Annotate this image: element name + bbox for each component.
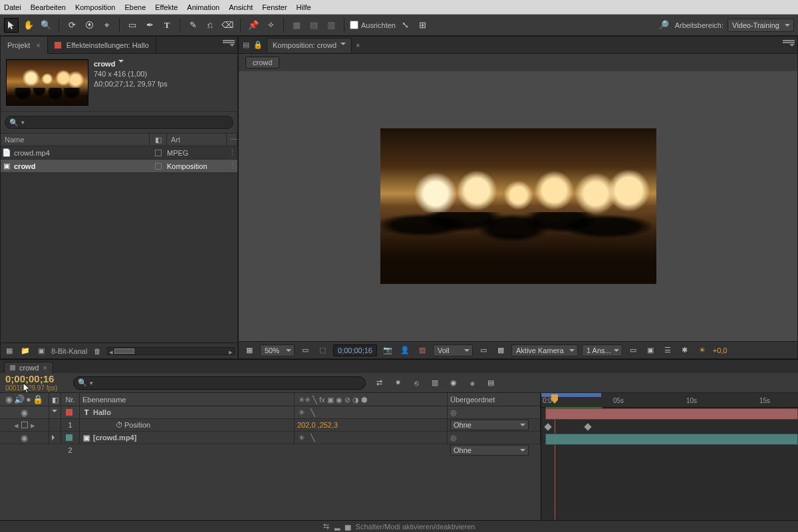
frame-blend-icon[interactable]: ▥: [428, 376, 442, 390]
zoom-tool-icon[interactable]: 🔍: [39, 18, 53, 33]
solo-col-icon[interactable]: ●: [26, 393, 31, 406]
col-type[interactable]: Art: [167, 133, 227, 146]
zoom-dropdown[interactable]: 50%: [260, 344, 295, 356]
brush-tool-icon[interactable]: ✎: [186, 18, 200, 33]
pen-tool-icon[interactable]: ✒: [142, 18, 157, 33]
timeline-icon[interactable]: ☰: [661, 344, 674, 357]
close-icon[interactable]: ×: [36, 41, 40, 49]
menu-help[interactable]: Hilfe: [297, 3, 311, 11]
eraser-tool-icon[interactable]: ⌫: [220, 18, 235, 33]
region-icon[interactable]: ⬚: [316, 344, 329, 357]
new-comp-icon[interactable]: ▣: [35, 345, 47, 357]
toggle-transparency-icon[interactable]: ▭: [477, 344, 490, 357]
layer-row[interactable]: ◉ 1 THallo ✳ ╲ ◎ Ohne: [0, 406, 541, 419]
col-name[interactable]: Name: [1, 133, 150, 146]
twirl-right-icon[interactable]: [52, 435, 57, 440]
timeline-time[interactable]: 0;00;00;16 00016 (29.97 fps): [0, 372, 73, 394]
pixel-aspect-icon[interactable]: ▭: [626, 344, 640, 357]
label-col-icon[interactable]: ◧: [49, 393, 61, 406]
time-ruler[interactable]: 0:0 05s 10s 15s: [541, 393, 798, 408]
video-toggle-icon[interactable]: ◉: [21, 406, 28, 419]
track-tool-icon[interactable]: ⌖: [99, 18, 114, 33]
menu-edit[interactable]: Bearbeiten: [31, 3, 66, 11]
layer-bar[interactable]: [545, 434, 798, 445]
reset-exposure-icon[interactable]: ☀: [696, 344, 709, 357]
col-label[interactable]: ◧: [150, 133, 167, 146]
video-toggle-icon[interactable]: ◉: [21, 432, 28, 444]
interpret-footage-icon[interactable]: ▦: [3, 345, 15, 357]
grid-icon[interactable]: ▦: [243, 344, 256, 357]
search-icon[interactable]: 🔎: [656, 18, 671, 33]
comp-mini-flowchart-icon[interactable]: ⇄: [372, 376, 386, 390]
zoom-out-icon[interactable]: ▂: [334, 522, 340, 531]
timeline-tab[interactable]: crowd ×: [4, 362, 53, 373]
chevron-down-icon[interactable]: [118, 60, 124, 65]
scroll-thumb[interactable]: [114, 348, 134, 354]
bpc-toggle[interactable]: 8-Bit-Kanal: [51, 347, 87, 355]
rotate-tool-icon[interactable]: ⟳: [65, 18, 79, 33]
camera-dropdown[interactable]: Aktive Kamera: [511, 344, 578, 356]
menu-window[interactable]: Fenster: [262, 3, 287, 11]
parent-dropdown[interactable]: Ohne: [450, 445, 529, 456]
layer-indicator-icon[interactable]: ▤: [243, 41, 249, 49]
panel-menu-icon[interactable]: [223, 40, 235, 49]
toggle-switches-icon[interactable]: ⇆: [323, 522, 329, 531]
col-layer[interactable]: Ebenenname: [80, 393, 295, 406]
menu-effects[interactable]: Effekte: [155, 3, 178, 11]
scroll-right-icon[interactable]: ▸: [227, 348, 234, 355]
toggle-mask-icon[interactable]: ▩: [494, 344, 507, 357]
col-parent[interactable]: Übergeordnet: [448, 393, 541, 406]
exposure-value[interactable]: +0,0: [713, 346, 728, 354]
channel-icon[interactable]: ▨: [416, 344, 429, 357]
property-value[interactable]: 202,0 ,252,3: [297, 419, 338, 432]
selection-tool-icon[interactable]: [4, 18, 19, 33]
parent-dropdown[interactable]: Ohne: [450, 420, 529, 430]
workspace-dropdown[interactable]: Video-Training: [728, 19, 794, 32]
chevron-down-icon[interactable]: [340, 43, 346, 48]
layer-switches[interactable]: ✳ ╲: [295, 432, 448, 444]
menu-composition[interactable]: Komposition: [75, 3, 116, 11]
menu-view[interactable]: Ansicht: [229, 3, 253, 11]
stamp-tool-icon[interactable]: ⎌: [203, 18, 217, 33]
motion-blur-icon[interactable]: ◉: [447, 376, 460, 390]
text-tool-icon[interactable]: T: [160, 18, 174, 33]
panel-menu-icon[interactable]: [783, 40, 795, 49]
project-search[interactable]: 🔍 ▾: [5, 116, 233, 129]
menu-animation[interactable]: Animation: [187, 3, 219, 11]
keyframe-icon[interactable]: [584, 423, 591, 430]
camera-tool-icon[interactable]: ⦿: [82, 18, 96, 33]
comp-tab[interactable]: Komposition: crowd: [267, 38, 352, 53]
tab-effect-controls[interactable]: Effekteinstellungen: Hallo: [48, 37, 156, 54]
resolution-icon[interactable]: ▭: [299, 344, 312, 357]
puppet-tool-icon[interactable]: 📌: [246, 18, 261, 33]
audio-col-icon[interactable]: 🔊: [14, 393, 25, 406]
misc-tool-1-icon[interactable]: ▦: [289, 18, 304, 33]
keyframe-icon[interactable]: [544, 423, 551, 430]
col-nr[interactable]: Nr.: [61, 393, 80, 406]
label-color[interactable]: [66, 409, 72, 416]
layer-bar[interactable]: [545, 408, 798, 420]
tracks-area[interactable]: [541, 408, 798, 520]
tab-project[interactable]: Projekt ×: [1, 37, 48, 54]
trash-icon[interactable]: 🗑: [91, 345, 103, 357]
show-snapshot-icon[interactable]: 👤: [398, 344, 412, 357]
label-color[interactable]: [66, 434, 72, 441]
roto-tool-icon[interactable]: ✧: [263, 18, 278, 33]
pickwhip-icon[interactable]: ◎: [450, 408, 457, 416]
hide-shy-icon[interactable]: ⎋: [410, 376, 423, 390]
draft-3d-icon[interactable]: ✷: [391, 376, 404, 390]
scroll-left-icon[interactable]: ◂: [108, 348, 114, 355]
lock-col-icon[interactable]: 🔒: [33, 393, 43, 406]
graph-editor-icon[interactable]: ▤: [484, 376, 497, 390]
misc-tool-3-icon[interactable]: ▥: [324, 18, 338, 33]
snapshot-icon[interactable]: 📷: [381, 344, 394, 357]
layer-row[interactable]: ◉ 2 ▣[crowd.mp4] ✳ ╲ ◎ Ohne: [0, 432, 541, 444]
rect-tool-icon[interactable]: ▭: [125, 18, 140, 33]
hand-tool-icon[interactable]: ✋: [21, 18, 36, 33]
snap-icon[interactable]: ⤡: [398, 18, 413, 33]
add-keyframe-icon[interactable]: [21, 422, 28, 428]
pickwhip-icon[interactable]: ◎: [450, 434, 457, 442]
timeline-search[interactable]: 🔍 ▾: [73, 376, 366, 390]
fast-preview-icon[interactable]: ▣: [644, 344, 657, 357]
stopwatch-icon[interactable]: ⏱: [116, 421, 123, 429]
